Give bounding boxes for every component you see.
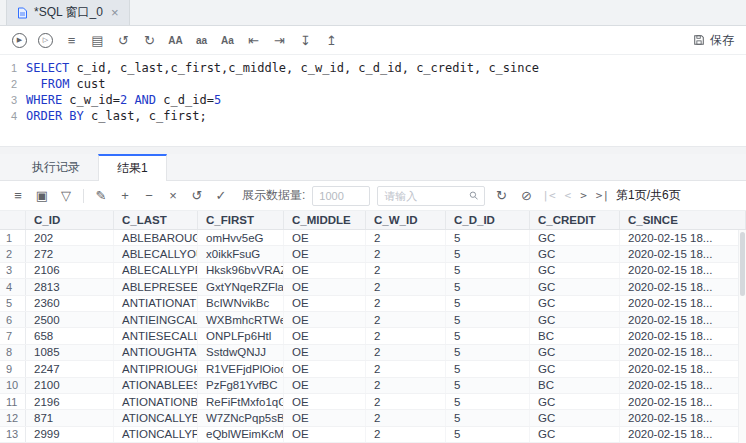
cell[interactable]: 2020-02-15 18... (620, 345, 746, 360)
cell[interactable]: GxtYNqeRZFla... (198, 279, 284, 294)
column-header[interactable]: C_CREDIT (530, 211, 620, 229)
cell[interactable]: ABLECALLYPRI (114, 263, 198, 278)
cell[interactable]: 658 (26, 328, 114, 343)
column-header[interactable]: C_ID (26, 211, 114, 229)
cell[interactable]: 5 (446, 410, 530, 425)
table-row[interactable]: 102100ATIONABLEESEPzFg81YvfBCOE25BC2020-… (0, 378, 746, 394)
cell[interactable]: 5 (446, 427, 530, 442)
column-header[interactable]: C_W_ID (366, 211, 446, 229)
table-row[interactable]: 12871ATIONCALLYBARW7ZNcPqp5sB...OE25GC20… (0, 410, 746, 426)
redo-icon[interactable]: ↻ (138, 30, 161, 51)
cell[interactable]: ATIONCALLYPRI (114, 427, 198, 442)
cell[interactable]: ABLECALLYOU... (114, 246, 198, 261)
cell[interactable]: BC (530, 378, 620, 393)
table-row[interactable]: 132999ATIONCALLYPRIeQblWEimKcM8...OE25GC… (0, 427, 746, 443)
cell[interactable]: ANTIESECALLY (114, 328, 198, 343)
cell[interactable]: GC (530, 263, 620, 278)
cell[interactable]: OE (284, 378, 366, 393)
cell[interactable]: 2020-02-15 18... (620, 263, 746, 278)
column-header[interactable]: C_SINCE (620, 211, 746, 229)
cell[interactable]: WXBmhcRTWe (198, 312, 284, 327)
run-current-icon[interactable]: ▷ (34, 30, 57, 51)
export-data-icon[interactable]: ▣ (32, 186, 52, 206)
vertical-scrollbar[interactable] (738, 230, 746, 443)
cell[interactable]: OE (284, 328, 366, 343)
cell[interactable]: 2106 (26, 263, 114, 278)
cell[interactable]: 2999 (26, 427, 114, 442)
table-row[interactable]: 42813ABLEPRESEEINGGxtYNqeRZFla...OE25GC2… (0, 279, 746, 295)
cell[interactable]: OE (284, 410, 366, 425)
result-search-box[interactable] (377, 186, 485, 206)
cell[interactable]: ATIONATIONBAR (114, 394, 198, 409)
cell[interactable]: 2020-02-15 18... (620, 279, 746, 294)
cell[interactable]: Hksk96bvVRAZ (198, 263, 284, 278)
cell[interactable]: omHvv5eG (198, 230, 284, 245)
cell[interactable]: 2 (366, 328, 446, 343)
cell[interactable]: 2 (366, 279, 446, 294)
cell[interactable]: ATIONCALLYBAR (114, 410, 198, 425)
execution-plan-icon[interactable]: ▤ (86, 30, 109, 51)
cell[interactable]: 2 (366, 263, 446, 278)
cell[interactable]: 2 (366, 296, 446, 311)
outdent-icon[interactable]: ⇤ (242, 30, 265, 51)
cell[interactable]: 5 (446, 312, 530, 327)
cell[interactable]: 2 (366, 230, 446, 245)
cell[interactable]: W7ZNcPqp5sB... (198, 410, 284, 425)
cell[interactable]: GC (530, 427, 620, 442)
cell[interactable]: SstdwQNJJ (198, 345, 284, 360)
cell[interactable]: OE (284, 230, 366, 245)
cell[interactable]: 2 (366, 410, 446, 425)
cell[interactable]: ONPLFp6Htl (198, 328, 284, 343)
cell[interactable]: R1VEFjdPlOioo (198, 361, 284, 376)
tab-result-1[interactable]: 结果1 (98, 154, 167, 181)
cell[interactable]: OE (284, 427, 366, 442)
cell[interactable]: 2 (366, 427, 446, 442)
sql-window-tab[interactable]: *SQL 窗口_0 × (6, 0, 130, 25)
save-button[interactable]: 保存 (689, 32, 738, 49)
capitalize-icon[interactable]: Aa (216, 30, 239, 51)
import-sql-icon[interactable]: ↧ (294, 30, 317, 51)
edit-cell-icon[interactable]: ✎ (91, 186, 111, 206)
format-sql-icon[interactable]: ≡ (60, 30, 83, 51)
cell[interactable]: 5 (446, 230, 530, 245)
table-row[interactable]: 1202ABLEBAROUGHTomHvv5eGOE25GC2020-02-15… (0, 230, 746, 246)
prev-page-button[interactable]: < (565, 189, 572, 202)
row-limit-input[interactable] (312, 186, 370, 206)
cell[interactable]: 2500 (26, 312, 114, 327)
table-row[interactable]: 32106ABLECALLYPRIHksk96bvVRAZOE25GC2020-… (0, 263, 746, 279)
cell[interactable]: 2020-02-15 18... (620, 394, 746, 409)
column-header[interactable]: C_MIDDLE (284, 211, 366, 229)
trash-icon[interactable]: × (163, 186, 183, 206)
export-sql-icon[interactable]: ↥ (320, 30, 343, 51)
cell[interactable]: 2020-02-15 18... (620, 361, 746, 376)
stop-icon[interactable]: ⊘ (517, 188, 535, 203)
column-header[interactable]: C_FIRST (198, 211, 284, 229)
cell[interactable]: 5 (446, 378, 530, 393)
cell[interactable]: 2 (366, 345, 446, 360)
add-row-icon[interactable]: + (115, 186, 135, 206)
cell[interactable]: 2 (366, 312, 446, 327)
cell[interactable]: 2 (366, 394, 446, 409)
cell[interactable]: BcIWNvikBc (198, 296, 284, 311)
cell[interactable]: OE (284, 263, 366, 278)
last-page-button[interactable]: >| (596, 189, 609, 202)
cell[interactable]: ANTIOUGHTABLE (114, 345, 198, 360)
cell[interactable]: 5 (446, 361, 530, 376)
cell[interactable]: OE (284, 312, 366, 327)
table-row[interactable]: 81085ANTIOUGHTABLESstdwQNJJOE25GC2020-02… (0, 345, 746, 361)
cell[interactable]: ANTIATIONATION (114, 296, 198, 311)
cell[interactable]: BC (530, 328, 620, 343)
result-list-icon[interactable]: ≡ (8, 186, 28, 206)
cell[interactable]: OE (284, 345, 366, 360)
submit-icon[interactable]: ✓ (211, 186, 231, 206)
cell[interactable]: ABLEBAROUGHT (114, 230, 198, 245)
cell[interactable]: 202 (26, 230, 114, 245)
cell[interactable]: 2020-02-15 18... (620, 410, 746, 425)
cell[interactable]: GC (530, 296, 620, 311)
cell[interactable]: 5 (446, 328, 530, 343)
first-page-button[interactable]: |< (542, 189, 555, 202)
cell[interactable]: 2813 (26, 279, 114, 294)
cell[interactable]: 871 (26, 410, 114, 425)
search-input[interactable] (384, 190, 465, 202)
cell[interactable]: 2020-02-15 18... (620, 246, 746, 261)
